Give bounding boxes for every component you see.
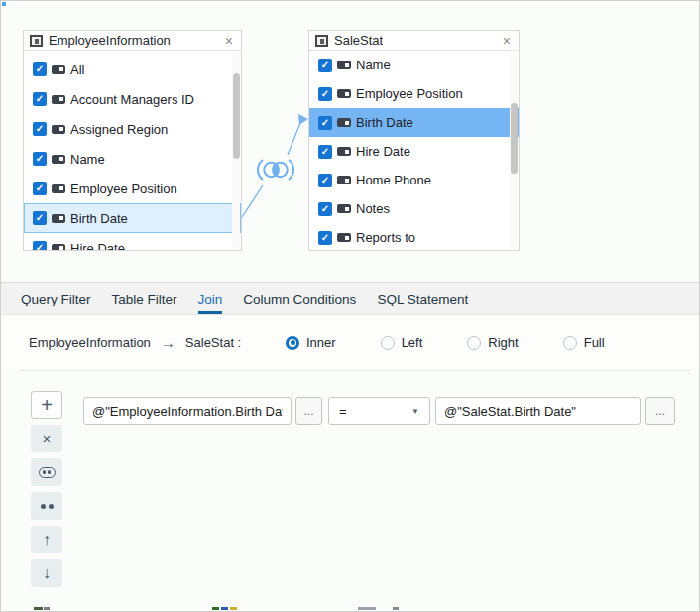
checkbox-checked[interactable] xyxy=(318,174,332,187)
radio-icon[interactable] xyxy=(286,336,299,350)
field-row[interactable]: Employee Position xyxy=(24,174,241,203)
field-icon xyxy=(337,118,351,127)
join-type-option[interactable]: Right xyxy=(467,335,518,350)
checkbox-checked[interactable] xyxy=(33,122,47,136)
field-icon xyxy=(52,65,65,74)
join-type-option[interactable]: Full xyxy=(563,335,605,350)
checkbox-checked[interactable] xyxy=(33,152,47,166)
field-icon xyxy=(52,95,65,104)
radio-icon[interactable] xyxy=(467,336,481,350)
tab[interactable]: Join xyxy=(198,283,223,314)
dropdown-arrow-icon: ▼ xyxy=(411,407,429,416)
field-label: Account Managers ID xyxy=(70,92,194,107)
field-icon xyxy=(52,155,65,164)
join-type-radio-group: Inner Left Right Full xyxy=(286,315,605,370)
join-type-label: Right xyxy=(488,335,518,350)
field-row[interactable]: Account Managers ID xyxy=(24,84,241,114)
query-designer-window: EmployeeInformation × All Account Manage… xyxy=(0,0,700,612)
checkbox-checked[interactable] xyxy=(318,231,332,245)
left-expression-input[interactable] xyxy=(83,397,292,425)
field-row[interactable]: Notes xyxy=(309,194,519,223)
field-icon xyxy=(52,125,65,134)
checkbox-checked[interactable] xyxy=(318,59,332,72)
field-icon xyxy=(52,214,65,223)
field-list: Name Employee Position Birth Date xyxy=(309,51,519,250)
checkbox-checked[interactable] xyxy=(33,182,47,195)
field-icon xyxy=(52,184,65,193)
checkbox-checked[interactable] xyxy=(33,211,47,225)
field-label: Employee Position xyxy=(70,182,177,196)
join-definition-bar: EmployeeInformation → SaleStat : Inner L… xyxy=(1,315,699,370)
tab[interactable]: Column Conditions xyxy=(243,283,356,314)
field-icon xyxy=(337,147,351,156)
checkbox-checked[interactable] xyxy=(318,87,332,101)
scrollbar-thumb[interactable] xyxy=(511,103,518,174)
field-row[interactable]: Hire Date xyxy=(309,137,519,166)
checkbox-checked[interactable] xyxy=(318,145,332,159)
checkbox-checked[interactable] xyxy=(318,202,332,216)
field-label: Name xyxy=(356,58,391,72)
close-icon[interactable]: × xyxy=(223,34,235,48)
table-panel-employeeinformation: EmployeeInformation × All Account Manage… xyxy=(23,30,242,251)
arrow-right-icon: → xyxy=(161,334,175,351)
join-tables: EmployeeInformation → SaleStat : xyxy=(29,315,241,370)
field-row[interactable]: Birth Date xyxy=(24,203,241,233)
checkbox-checked[interactable] xyxy=(318,116,332,130)
field-label: Birth Date xyxy=(356,115,413,130)
field-label: Hire Date xyxy=(70,241,125,251)
arrow-head-icon xyxy=(298,114,308,125)
field-row[interactable]: Assigned Region xyxy=(24,114,241,144)
join-type-label: Full xyxy=(584,335,605,350)
field-icon xyxy=(337,89,351,98)
field-label: Assigned Region xyxy=(70,122,168,137)
tab[interactable]: Query Filter xyxy=(21,283,91,314)
radio-icon[interactable] xyxy=(563,336,577,350)
radio-icon[interactable] xyxy=(381,336,395,350)
field-row[interactable]: Reports to xyxy=(309,223,519,250)
panel-header: EmployeeInformation × xyxy=(24,31,241,51)
field-label: Reports to xyxy=(356,230,415,245)
checkbox-checked[interactable] xyxy=(33,241,47,250)
field-label: Home Phone xyxy=(356,173,431,187)
corner-accent xyxy=(2,2,6,6)
field-row[interactable]: Birth Date xyxy=(309,108,519,137)
field-row[interactable]: Name xyxy=(309,51,519,79)
checkbox-checked[interactable] xyxy=(33,62,47,76)
field-icon xyxy=(337,176,351,184)
move-down-button[interactable]: ↓ xyxy=(31,559,62,587)
add-condition-button[interactable]: + xyxy=(31,391,62,419)
group-conditions-button[interactable] xyxy=(31,458,62,486)
right-expression-input[interactable] xyxy=(435,397,641,425)
operator-select[interactable]: = ▼ xyxy=(328,397,430,425)
close-icon[interactable]: × xyxy=(501,34,513,48)
move-up-button[interactable]: ↑ xyxy=(31,526,62,553)
field-row[interactable]: Home Phone xyxy=(309,166,519,194)
field-row[interactable]: Name xyxy=(24,144,241,174)
tab[interactable]: SQL Statement xyxy=(377,283,468,314)
screen-edge-artifact xyxy=(1,607,699,610)
field-row[interactable]: Employee Position xyxy=(309,79,519,108)
group-icon xyxy=(39,467,56,478)
scrollbar-thumb[interactable] xyxy=(233,73,240,159)
field-icon xyxy=(52,244,65,251)
remove-condition-button[interactable]: × xyxy=(31,425,62,452)
field-row[interactable]: All xyxy=(24,55,241,84)
left-table-name: EmployeeInformation xyxy=(29,335,151,350)
field-row[interactable]: Hire Date xyxy=(24,233,241,250)
left-expression-browse-button[interactable]: ... xyxy=(295,397,322,425)
join-type-option[interactable]: Left xyxy=(381,335,423,350)
field-label: Birth Date xyxy=(70,211,128,226)
checkbox-checked[interactable] xyxy=(33,92,47,106)
field-label: Name xyxy=(70,152,105,167)
field-icon xyxy=(337,61,351,69)
tab-label: SQL Statement xyxy=(377,292,468,306)
table-panel-salestat: SaleStat × Name Employee Position xyxy=(308,30,520,251)
inner-join-venn-icon xyxy=(258,160,293,180)
tab[interactable]: Table Filter xyxy=(112,283,177,314)
join-type-option[interactable]: Inner xyxy=(286,335,336,350)
tab-label: Column Conditions xyxy=(243,292,356,306)
table-icon xyxy=(30,35,43,47)
join-type-label: Inner xyxy=(306,335,336,350)
right-expression-browse-button[interactable]: ... xyxy=(645,397,675,425)
ungroup-conditions-button[interactable] xyxy=(31,492,62,520)
